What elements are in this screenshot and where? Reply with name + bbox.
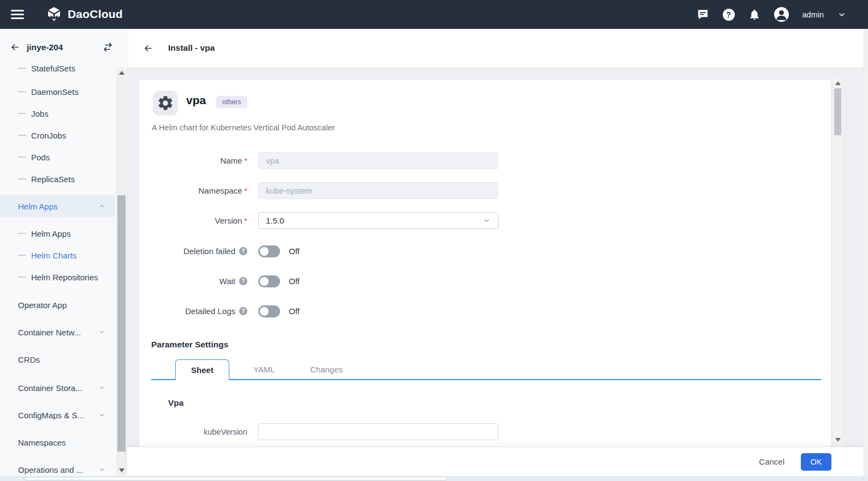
cancel-button[interactable]: Cancel bbox=[759, 457, 784, 466]
deletion-failed-toggle[interactable] bbox=[258, 245, 280, 257]
page-horizontal-scrollbar[interactable] bbox=[0, 476, 868, 481]
sidebar: jinye-204 StatefulSets DaemonSets Jobs C… bbox=[0, 29, 127, 481]
select-chevron-down-icon bbox=[483, 217, 491, 225]
chevron-down-icon bbox=[98, 384, 105, 392]
app-description: A Helm chart for Kubernetes Vertical Pod… bbox=[152, 123, 335, 132]
gear-icon bbox=[157, 94, 174, 112]
sidebar-item-replicasets[interactable]: ReplicaSets bbox=[0, 168, 115, 190]
sidebar-item-pods[interactable]: Pods bbox=[0, 146, 115, 168]
wait-state: Off bbox=[289, 276, 300, 286]
name-label: Name bbox=[151, 156, 247, 165]
content-scrollbar-thumb[interactable] bbox=[834, 88, 841, 135]
scroll-up-arrow[interactable] bbox=[835, 81, 841, 85]
sidebar-scrollbar-thumb[interactable] bbox=[117, 195, 126, 452]
topbar: DaoCloud ? admin bbox=[0, 0, 868, 29]
help-icon[interactable]: ? bbox=[723, 9, 735, 21]
page-horizontal-scrollbar-thumb[interactable] bbox=[24, 477, 448, 480]
scroll-up-arrow[interactable] bbox=[119, 71, 124, 75]
name-row: Name bbox=[151, 152, 795, 169]
help-circle-icon: ? bbox=[239, 247, 247, 255]
sidebar-item-operator-app[interactable]: Operator App bbox=[0, 294, 115, 316]
logo-text: DaoCloud bbox=[68, 8, 123, 21]
help-circle-icon: ? bbox=[239, 277, 247, 285]
message-icon[interactable] bbox=[697, 8, 709, 21]
cluster-title: jinye-204 bbox=[27, 43, 63, 52]
page-vertical-scrollbar[interactable] bbox=[864, 29, 868, 481]
namespace-row: Namespace bbox=[151, 182, 795, 199]
page-title: Install - vpa bbox=[168, 43, 215, 53]
sidebar-item-helm-apps[interactable]: Helm Apps bbox=[0, 223, 115, 244]
dash-icon bbox=[18, 276, 26, 278]
dash-icon bbox=[18, 113, 26, 114]
version-select-value: 1.5.0 bbox=[266, 216, 284, 225]
sidebar-item-crds[interactable]: CRDs bbox=[0, 348, 115, 370]
page-back-icon[interactable] bbox=[143, 43, 153, 53]
chevron-down-icon bbox=[98, 466, 105, 473]
install-form-card: vpa others A Helm chart for Kubernetes V… bbox=[139, 79, 831, 447]
parameter-settings-title: Parameter Settings bbox=[151, 340, 228, 350]
avatar[interactable] bbox=[774, 7, 789, 22]
namespace-label: Namespace bbox=[151, 186, 247, 195]
sidebar-item-namespaces[interactable]: Namespaces bbox=[0, 431, 115, 453]
namespace-input bbox=[258, 182, 498, 199]
dash-icon bbox=[18, 157, 26, 158]
kubeversion-input[interactable] bbox=[258, 423, 498, 440]
sidebar-item-cronjobs[interactable]: CronJobs bbox=[0, 124, 115, 146]
tab-sheet[interactable]: Sheet bbox=[175, 359, 229, 380]
wait-row: Wait? Off bbox=[151, 273, 795, 290]
chevron-down-icon bbox=[98, 412, 105, 419]
app-category-badge: others bbox=[216, 96, 247, 108]
sidebar-item-helm-repositories[interactable]: Helm Repositories bbox=[0, 266, 115, 288]
sidebar-scrollbar[interactable] bbox=[116, 68, 127, 476]
content-scrollbar[interactable] bbox=[833, 77, 842, 446]
scroll-down-arrow[interactable] bbox=[119, 468, 124, 472]
sidebar-item-container-network[interactable]: Container Netw... bbox=[0, 321, 115, 343]
dash-icon bbox=[18, 178, 26, 179]
help-circle-icon: ? bbox=[239, 307, 247, 315]
wait-toggle[interactable] bbox=[258, 275, 280, 287]
sidebar-nav: StatefulSets DaemonSets Jobs CronJobs Po… bbox=[0, 65, 116, 481]
sidebar-item-container-storage[interactable]: Container Stora... bbox=[0, 377, 115, 399]
bell-icon[interactable] bbox=[748, 9, 760, 21]
user-name[interactable]: admin bbox=[802, 10, 824, 19]
version-select[interactable]: 1.5.0 bbox=[258, 212, 498, 229]
version-label: Version bbox=[151, 216, 247, 225]
detailed-logs-label: Detailed Logs bbox=[185, 306, 235, 316]
deletion-failed-label: Deletion failed bbox=[183, 246, 235, 256]
scroll-down-arrow[interactable] bbox=[835, 438, 841, 442]
dash-icon bbox=[18, 91, 26, 92]
name-input bbox=[258, 152, 498, 169]
wait-label: Wait bbox=[219, 276, 235, 286]
tab-changes[interactable]: Changes bbox=[299, 359, 354, 380]
logo[interactable]: DaoCloud bbox=[46, 6, 123, 22]
sidebar-item-daemonsets[interactable]: DaemonSets bbox=[0, 81, 115, 103]
deletion-failed-row: Deletion failed? Off bbox=[151, 243, 795, 260]
sidebar-header: jinye-204 bbox=[0, 29, 127, 65]
ok-button[interactable]: OK bbox=[801, 453, 831, 471]
user-chevron-down-icon[interactable] bbox=[837, 10, 846, 19]
switch-cluster-icon[interactable] bbox=[103, 42, 113, 52]
detailed-logs-state: Off bbox=[289, 306, 300, 316]
dash-icon bbox=[18, 233, 26, 234]
cluster-back-icon[interactable] bbox=[10, 42, 20, 52]
version-row: Version 1.5.0 bbox=[151, 212, 795, 229]
sidebar-item-helm-charts[interactable]: Helm Charts bbox=[0, 244, 115, 266]
sidebar-item-jobs[interactable]: Jobs bbox=[0, 103, 115, 124]
app-icon-tile bbox=[153, 91, 178, 116]
chevron-up-icon bbox=[98, 203, 105, 210]
detailed-logs-row: Detailed Logs? Off bbox=[151, 303, 795, 320]
sidebar-item-configmaps-secrets[interactable]: ConfigMaps & S... bbox=[0, 404, 115, 426]
page-header: Install - vpa bbox=[127, 29, 868, 67]
tab-yaml[interactable]: YAML bbox=[237, 359, 292, 380]
chevron-down-icon bbox=[98, 329, 105, 336]
hamburger-menu-icon[interactable] bbox=[11, 10, 24, 19]
dash-icon bbox=[18, 68, 26, 69]
kubeversion-label: kubeVersion bbox=[151, 428, 247, 436]
parameter-tabs: Sheet YAML Changes bbox=[151, 359, 821, 380]
detailed-logs-toggle[interactable] bbox=[258, 305, 280, 317]
sidebar-item-statefulsets[interactable]: StatefulSets bbox=[0, 65, 115, 81]
form-footer: Cancel OK bbox=[127, 447, 868, 476]
sidebar-group-helm-apps[interactable]: Helm Apps bbox=[0, 195, 115, 217]
dash-icon bbox=[18, 135, 26, 136]
kubeversion-row: kubeVersion bbox=[151, 423, 795, 440]
